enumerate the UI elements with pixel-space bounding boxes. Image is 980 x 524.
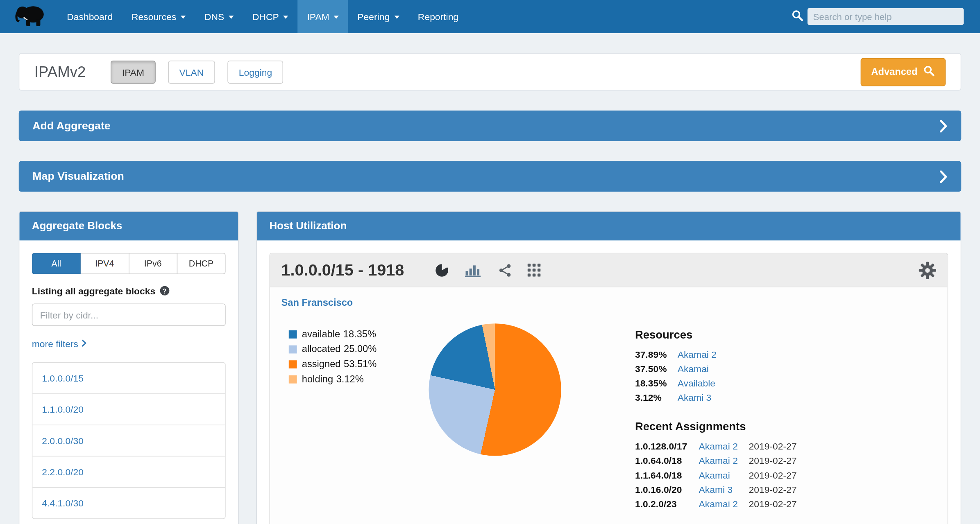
map-visualization-bar[interactable]: Map Visualization [19, 161, 961, 192]
legend-item: assigned 53.51% [289, 359, 406, 370]
legend-item: available 18.35% [289, 328, 406, 339]
resource-pct: 37.89% [635, 349, 678, 360]
assignment-link[interactable]: Akamai 2 [699, 441, 749, 452]
assignment-date: 2019-02-27 [749, 498, 797, 509]
assignment-link[interactable]: Akamai [699, 470, 749, 480]
host-utilization-panel: Host Utilization 1.0.0.0/15 - 1918 [256, 211, 961, 524]
share-icon[interactable] [498, 263, 512, 277]
view-toggle-group [434, 262, 540, 278]
map-visualization-label: Map Visualization [32, 170, 124, 183]
resource-link[interactable]: Akamai 2 [678, 349, 717, 360]
legend-item: allocated 25.00% [289, 343, 406, 355]
resource-row: 37.89% Akamai 2 [635, 349, 797, 360]
chevron-down-icon [181, 16, 186, 19]
chevron-down-icon [229, 16, 234, 19]
aggregate-block-list: 1.0.0.0/15 1.1.0.0/20 2.0.0.0/30 2.2.0.0… [32, 362, 226, 519]
nav-label: Resources [132, 11, 176, 22]
brand-logo[interactable] [0, 0, 57, 33]
legend-item: holding 3.12% [289, 373, 406, 384]
resource-pct: 37.50% [635, 364, 678, 374]
resource-row: 18.35% Available [635, 378, 797, 388]
filter-ipv6[interactable]: IPv6 [128, 253, 177, 274]
list-item[interactable]: 2.0.0.0/30 [32, 425, 225, 456]
list-item[interactable]: 4.4.1.0/30 [32, 487, 225, 518]
filter-ipv4[interactable]: IPV4 [80, 253, 129, 274]
legend-label: holding [302, 373, 333, 384]
location-link[interactable]: San Franscisco [281, 297, 353, 308]
block-detail-card: 1.0.0.0/15 - 1918 [269, 253, 948, 524]
nav-item-reporting[interactable]: Reporting [408, 0, 468, 33]
filter-all[interactable]: All [32, 253, 81, 274]
main-columns: Aggregate Blocks All IPV4 IPv6 DHCP List… [19, 211, 961, 524]
chevron-right-icon [939, 119, 948, 133]
nav-label: Peering [357, 11, 390, 22]
assignment-row: 1.0.16.0/20 Akami 3 2019-02-27 [635, 484, 797, 495]
assignment-cidr: 1.0.128.0/17 [635, 441, 699, 452]
list-item[interactable]: 2.2.0.0/20 [32, 456, 225, 487]
more-filters-label: more filters [32, 339, 78, 349]
more-filters-link[interactable]: more filters [32, 339, 87, 349]
assignment-cidr: 1.1.64.0/18 [635, 470, 699, 480]
aggregate-blocks-body: All IPV4 IPv6 DHCP Listing all aggregate… [19, 240, 238, 524]
host-utilization-body: 1.0.0.0/15 - 1918 [257, 240, 961, 524]
nav-label: IPAM [307, 11, 329, 22]
add-aggregate-bar[interactable]: Add Aggregate [19, 111, 961, 141]
filter-dhcp[interactable]: DHCP [177, 253, 225, 274]
tab-vlan[interactable]: VLAN [168, 60, 215, 83]
nav-item-peering[interactable]: Peering [348, 0, 408, 33]
pie-chart-icon[interactable] [434, 262, 449, 278]
nav-item-ipam[interactable]: IPAM [298, 0, 348, 33]
assignment-link[interactable]: Akamai 2 [699, 498, 749, 509]
pie-chart [429, 323, 561, 456]
gear-icon[interactable] [919, 261, 936, 279]
assignment-date: 2019-02-27 [749, 484, 797, 495]
resource-link[interactable]: Akamai [678, 364, 709, 374]
nav-label: Reporting [418, 11, 458, 22]
nav-item-dhcp[interactable]: DHCP [243, 0, 298, 33]
page-header-panel: IPAMv2 IPAM VLAN Logging Advanced [19, 53, 961, 91]
chevron-right-icon [939, 169, 948, 183]
assignment-date: 2019-02-27 [749, 441, 797, 452]
nav-item-resources[interactable]: Resources [122, 0, 195, 33]
assignment-cidr: 1.0.64.0/18 [635, 455, 699, 466]
recent-assignments: Recent Assignments 1.0.128.0/17 Akamai 2… [635, 420, 797, 509]
resources-title: Resources [635, 328, 797, 341]
chevron-down-icon [333, 16, 338, 19]
legend-swatch [289, 375, 297, 383]
grid-icon[interactable] [527, 264, 540, 277]
navbar-search [791, 0, 980, 33]
assignment-link[interactable]: Akami 3 [699, 484, 749, 495]
nav-item-dashboard[interactable]: Dashboard [57, 0, 122, 33]
assignment-link[interactable]: Akamai 2 [699, 455, 749, 466]
advanced-search-button[interactable]: Advanced [860, 58, 946, 86]
assignment-row: 1.0.2.0/23 Akamai 2 2019-02-27 [635, 498, 797, 509]
help-icon[interactable]: ? [160, 286, 169, 296]
assignment-row: 1.0.64.0/18 Akamai 2 2019-02-27 [635, 455, 797, 466]
tab-ipam[interactable]: IPAM [111, 60, 155, 83]
legend-swatch [289, 360, 297, 368]
legend-value: 53.51% [344, 359, 377, 370]
assignment-row: 1.0.128.0/17 Akamai 2 2019-02-27 [635, 441, 797, 452]
search-icon [923, 65, 935, 79]
resource-row: 37.50% Akamai [635, 364, 797, 374]
list-item[interactable]: 1.0.0.0/15 [32, 363, 225, 393]
block-heading: 1.0.0.0/15 - 1918 [281, 260, 404, 280]
resource-link[interactable]: Akami 3 [678, 392, 712, 403]
list-item[interactable]: 1.1.0.0/20 [32, 393, 225, 425]
elephant-icon [14, 3, 46, 29]
assignment-cidr: 1.0.2.0/23 [635, 498, 699, 509]
bar-chart-icon[interactable] [465, 263, 482, 277]
recent-assignments-title: Recent Assignments [635, 420, 797, 434]
nav-item-dns[interactable]: DNS [195, 0, 243, 33]
nav-label: DNS [204, 11, 224, 22]
resource-pct: 3.12% [635, 392, 678, 403]
aggregate-blocks-panel: Aggregate Blocks All IPV4 IPv6 DHCP List… [19, 211, 239, 524]
nav-label: Dashboard [67, 11, 113, 22]
tab-logging[interactable]: Logging [227, 60, 283, 83]
legend-value: 25.00% [344, 343, 377, 355]
search-input[interactable] [808, 8, 964, 25]
resource-pct: 18.35% [635, 378, 678, 388]
resource-link[interactable]: Available [678, 378, 715, 388]
listing-label: Listing all aggregate blocks [32, 285, 155, 296]
cidr-filter-input[interactable] [32, 303, 226, 326]
